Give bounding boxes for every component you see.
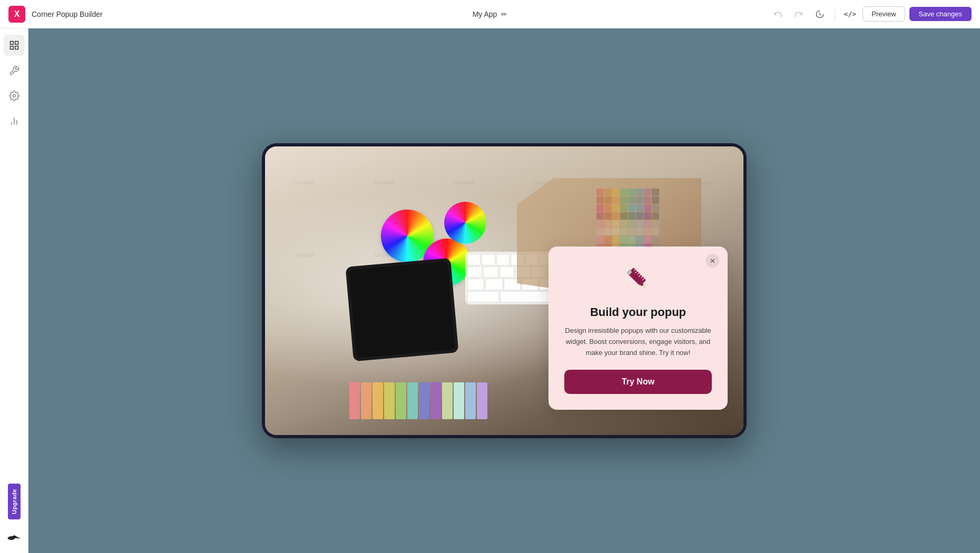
sidebar-item-analytics[interactable] [4,111,25,132]
popup-close-button[interactable]: ✕ [705,254,719,268]
topbar-center: My App ✏ [473,10,508,18]
color-wheel-3 [444,202,486,244]
popup-card: ✕ [548,246,728,410]
color-strip [477,382,487,419]
color-strip [430,382,441,419]
upgrade-button[interactable]: Upgrade [8,483,21,519]
popup-cta-button[interactable]: Try Now [564,370,712,394]
svg-rect-0 [10,42,13,45]
watermark-2: Unsplash [345,146,424,219]
svg-point-4 [13,95,15,97]
topbar-actions: </> Preview Save changes [769,6,972,23]
preview-button[interactable]: Preview [863,6,905,22]
edit-app-name-icon[interactable]: ✏ [501,10,507,18]
svg-rect-1 [15,42,18,45]
app-logo: X [8,6,25,23]
color-strip [407,382,418,419]
restore-button[interactable] [811,6,828,23]
popup-description: Design irresistible popups with our cust… [564,325,712,358]
popup-title: Build your popup [564,305,712,319]
watermark-1: Unsplash [265,146,345,219]
color-strip [419,382,429,419]
color-strip [396,382,406,419]
color-strip [361,382,371,419]
pencil-ruler-icon [621,261,655,295]
sidebar-item-settings[interactable] [4,85,25,106]
color-strip [454,382,464,419]
watermark-7: Unsplash [265,219,345,291]
sidebar: Upgrade [0,28,28,553]
color-strip [442,382,453,419]
popup-icon-area [564,261,712,297]
current-app-name: My App [473,10,497,18]
color-strip [373,382,383,419]
sidebar-item-tools[interactable] [4,60,25,81]
topbar: X Corner Popup Builder My App ✏ </> Prev… [0,0,980,28]
color-strip [465,382,476,419]
sidebar-item-dashboard[interactable] [4,35,25,56]
svg-rect-3 [15,46,18,50]
color-strip [384,382,395,419]
save-changes-button[interactable]: Save changes [909,7,972,21]
tablet-screen [349,261,455,358]
code-button[interactable]: </> [841,6,858,23]
device-frame: Unsplash Unsplash Unsplash Unsplash Unsp… [262,143,747,438]
redo-button[interactable] [790,6,807,23]
app-title: Corner Popup Builder [32,10,103,18]
color-strips [349,382,487,419]
device-screen: Unsplash Unsplash Unsplash Unsplash Unsp… [265,146,743,435]
tablet-device [346,258,459,362]
svg-rect-2 [10,46,13,50]
sidebar-bottom-icon [4,526,25,547]
main-layout: Upgrade Unsplash Unsplash Unsplash [0,28,980,553]
undo-button[interactable] [769,6,786,23]
color-strip [349,382,360,419]
canvas-area: Unsplash Unsplash Unsplash Unsplash Unsp… [28,28,980,553]
